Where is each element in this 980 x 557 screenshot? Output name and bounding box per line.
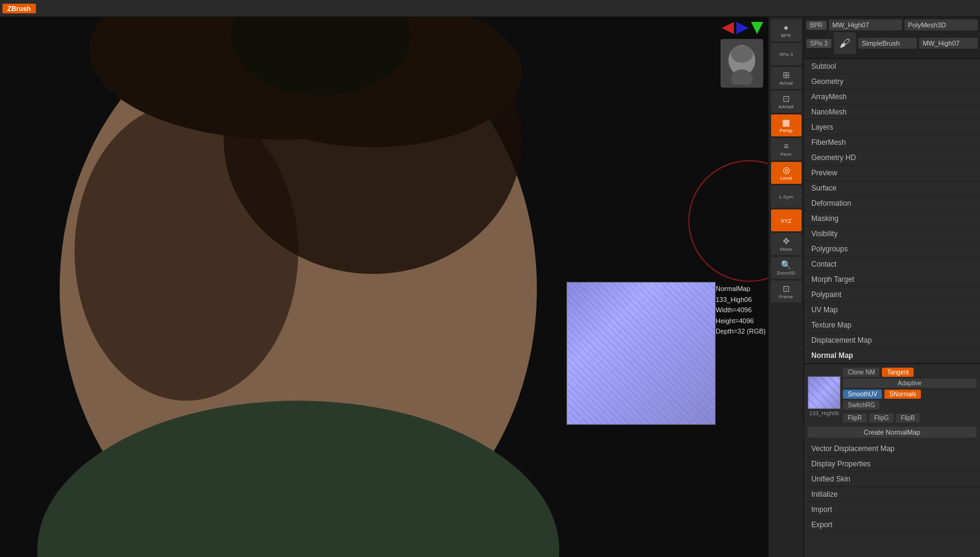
bpr-render-button[interactable]: BPR bbox=[806, 21, 827, 30]
menu-item-export[interactable]: Export bbox=[804, 517, 980, 533]
persp-button[interactable]: ▦ Persp bbox=[771, 114, 802, 136]
normal-map-section: 133_High06 Clone NM Tangent Adaptive Smo… bbox=[804, 363, 980, 441]
frame-label: Frame bbox=[779, 294, 793, 300]
nm-middle-controls: SmoothUV SNormals bbox=[843, 390, 976, 399]
zoom3d-label: Zoom3D bbox=[777, 270, 795, 276]
menu-item-polypaint[interactable]: Polypaint bbox=[804, 287, 980, 303]
z-axis-arrow bbox=[751, 22, 763, 34]
actual-button[interactable]: ⊞ Actual bbox=[771, 67, 802, 89]
xyz-label: XYZ bbox=[781, 218, 792, 224]
nm-top-controls: Clone NM Tangent bbox=[843, 368, 976, 377]
frame-button[interactable]: ⊡ Frame bbox=[771, 281, 802, 303]
adaptive-button[interactable]: Adaptive bbox=[843, 379, 976, 388]
nm-thumb-svg bbox=[808, 377, 841, 409]
aahalf-button[interactable]: ⊡ AAHalf bbox=[771, 91, 802, 113]
normalmap-title: NormalMap bbox=[716, 284, 766, 295]
local-button[interactable]: ◎ Local bbox=[771, 162, 802, 184]
flip-b-button[interactable]: FlipB bbox=[896, 413, 920, 422]
persp-icon: ▦ bbox=[782, 117, 790, 127]
svg-rect-8 bbox=[567, 282, 715, 424]
floor-button[interactable]: ≡ Floor bbox=[771, 138, 802, 160]
menu-item-preview[interactable]: Preview bbox=[804, 166, 980, 181]
aahalf-label: AAHalf bbox=[778, 104, 794, 110]
switch-rg-button[interactable]: SwitchRG bbox=[843, 401, 880, 410]
svg-point-13 bbox=[670, 312, 694, 326]
head-thumbnail-svg bbox=[724, 42, 760, 85]
svg-rect-18 bbox=[808, 377, 841, 409]
menu-item-vector-displacement-map[interactable]: Vector Displacement Map bbox=[804, 441, 980, 457]
simple-brush-name: SimpleBrush bbox=[858, 38, 917, 49]
smooth-uv-button[interactable]: SmoothUV bbox=[843, 390, 882, 399]
aahalf-icon: ⊡ bbox=[783, 94, 790, 103]
move-label: Move bbox=[780, 247, 792, 252]
menu-item-initialize[interactable]: Initialize bbox=[804, 487, 980, 502]
menu-item-polygroups[interactable]: Polygroups bbox=[804, 242, 980, 257]
menu-item-nanomesh[interactable]: NanoMesh bbox=[804, 105, 980, 120]
zoom3d-icon: 🔍 bbox=[781, 260, 791, 270]
top-bar: ZBrush bbox=[0, 0, 980, 17]
actual-label: Actual bbox=[779, 80, 792, 86]
x-axis-arrow bbox=[722, 22, 734, 34]
menu-item-uv-map[interactable]: UV Map bbox=[804, 303, 980, 318]
flip-r-button[interactable]: FlipR bbox=[843, 413, 867, 422]
menu-item-contact[interactable]: Contact bbox=[804, 257, 980, 272]
svg-point-12 bbox=[615, 361, 640, 397]
normalmap-depth: Depth=32 (RGB) bbox=[716, 326, 766, 337]
menu-item-layers[interactable]: Layers bbox=[804, 120, 980, 135]
clone-nm-button[interactable]: Clone NM bbox=[843, 368, 880, 377]
nm-switch-row: SwitchRG bbox=[843, 401, 976, 410]
flip-row: FlipR FlipG FlipB bbox=[843, 413, 976, 422]
lsym-button[interactable]: L.Sym bbox=[771, 186, 802, 208]
normalmap-width: Width=4096 bbox=[716, 305, 766, 316]
menu-item-fibermesh[interactable]: FiberMesh bbox=[804, 135, 980, 150]
snormals-button[interactable]: SNormals bbox=[884, 390, 921, 399]
lsym-label: L.Sym bbox=[779, 194, 793, 200]
persp-label: Persp bbox=[780, 128, 792, 133]
menu-item-arraymesh[interactable]: ArrayMesh bbox=[804, 89, 980, 105]
menu-item-geometry-hd[interactable]: Geometry HD bbox=[804, 150, 980, 166]
head-preview-thumbnail bbox=[721, 39, 763, 88]
menu-item-masking[interactable]: Masking bbox=[804, 211, 980, 226]
menu-item-texture-map[interactable]: Texture Map bbox=[804, 318, 980, 333]
menu-item-visibility[interactable]: Visibility bbox=[804, 226, 980, 242]
menu-item-surface[interactable]: Surface bbox=[804, 181, 980, 196]
bpr-label: BPR bbox=[781, 33, 791, 38]
menu-item-morph-target[interactable]: Morph Target bbox=[804, 272, 980, 287]
tangent-button[interactable]: Tangent bbox=[882, 368, 914, 377]
viewport[interactable]: NormalMap 133_High06 Width=4096 Height=4… bbox=[0, 17, 768, 557]
local-label: Local bbox=[780, 175, 792, 181]
brush-top-row: BPR MW_High07 PolyMesh3D bbox=[806, 19, 978, 30]
app-logo: ZBrush bbox=[2, 4, 36, 13]
menu-item-geometry[interactable]: Geometry bbox=[804, 74, 980, 89]
normalmap-preview-overlay[interactable] bbox=[566, 282, 716, 425]
nm-main-row: 133_High06 Clone NM Tangent Adaptive Smo… bbox=[808, 368, 976, 424]
mw-high07-name: MW_High07 bbox=[919, 38, 978, 49]
nm-controls: Clone NM Tangent Adaptive SmoothUV SNorm… bbox=[843, 368, 976, 424]
nm-preview-container: 133_High06 bbox=[808, 376, 841, 416]
menu-item-deformation[interactable]: Deformation bbox=[804, 196, 980, 211]
brush-bottom-row: SPix 3 🖌 SimpleBrush MW_High07 bbox=[806, 32, 978, 54]
zoom3d-button[interactable]: 🔍 Zoom3D bbox=[771, 257, 802, 279]
normalmap-canvas bbox=[567, 282, 715, 424]
normalmap-height: Height=4096 bbox=[716, 316, 766, 327]
menu-item-subtool[interactable]: Subtool bbox=[804, 59, 980, 74]
menu-item-import[interactable]: Import bbox=[804, 502, 980, 517]
spix-button[interactable]: SPix 3 bbox=[771, 43, 802, 65]
brush-selector: BPR MW_High07 PolyMesh3D SPix 3 🖌 Simple… bbox=[804, 17, 980, 59]
local-icon: ◎ bbox=[783, 165, 790, 175]
floor-label: Floor bbox=[780, 152, 791, 157]
move-button[interactable]: ✥ Move bbox=[771, 233, 802, 255]
axis-arrows bbox=[722, 22, 763, 34]
create-normalmap-button[interactable]: Create NormalMap bbox=[808, 427, 976, 438]
nm-preview-thumbnail[interactable] bbox=[808, 376, 841, 409]
spix-render-btn[interactable]: SPix 3 bbox=[806, 39, 831, 48]
menu-item-unified-skin[interactable]: Unified Skin bbox=[804, 472, 980, 487]
simple-brush-icon[interactable]: 🖌 bbox=[834, 32, 856, 54]
svg-rect-17 bbox=[808, 377, 841, 409]
menu-item-display-properties[interactable]: Display Properties bbox=[804, 457, 980, 472]
menu-item-normal-map[interactable]: Normal Map bbox=[804, 348, 980, 363]
flip-g-button[interactable]: FlipG bbox=[869, 413, 894, 422]
xyz-button[interactable]: XYZ bbox=[771, 209, 802, 231]
menu-item-displacement-map[interactable]: Displacement Map bbox=[804, 333, 980, 348]
bpr-button[interactable]: ● BPR bbox=[771, 19, 802, 41]
